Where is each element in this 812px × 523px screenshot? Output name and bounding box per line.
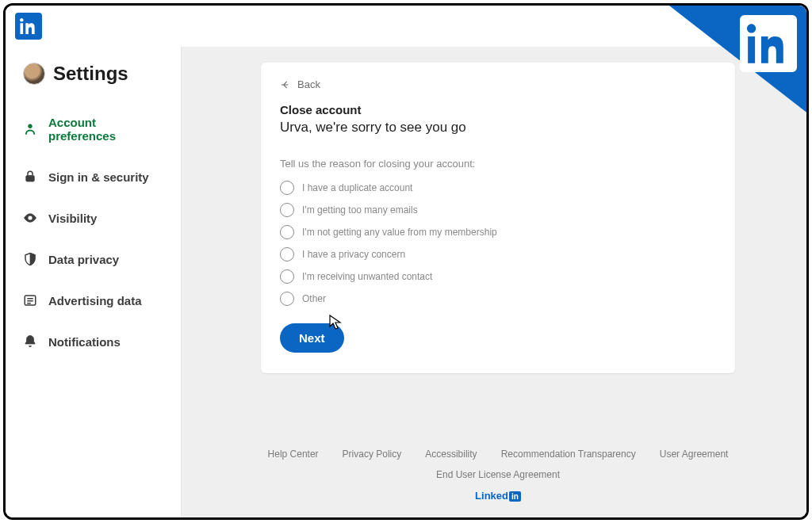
radio-icon xyxy=(280,225,294,239)
settings-sidebar: Settings Account preferences Sign in & s… xyxy=(6,47,182,517)
footer-links-row-1: Help Center Privacy Policy Accessibility… xyxy=(261,449,735,460)
back-button[interactable]: Back xyxy=(280,78,320,90)
svg-rect-1 xyxy=(26,176,35,182)
lock-icon xyxy=(23,170,37,184)
option-label: I have a privacy concern xyxy=(302,249,405,260)
radio-icon xyxy=(280,181,294,195)
option-label: I have a duplicate account xyxy=(302,182,412,193)
app-frame: Settings Account preferences Sign in & s… xyxy=(3,3,809,520)
footer-link-eula[interactable]: End User License Agreement xyxy=(436,469,560,480)
reason-prompt: Tell us the reason for closing your acco… xyxy=(280,158,716,170)
option-label: I'm receiving unwanted contact xyxy=(302,271,432,282)
footer-link-help-center[interactable]: Help Center xyxy=(268,449,319,460)
radio-icon xyxy=(280,203,294,217)
sidebar-item-notifications[interactable]: Notifications xyxy=(6,321,181,362)
shield-icon xyxy=(23,252,37,266)
radio-icon xyxy=(280,292,294,306)
sidebar-title: Settings xyxy=(53,63,128,85)
back-label: Back xyxy=(297,78,320,90)
linkedin-in-badge-icon: in xyxy=(509,491,521,502)
person-icon xyxy=(23,122,37,136)
main-content: Back Close account Urva, we're sorry to … xyxy=(182,47,806,517)
reason-option-emails[interactable]: I'm getting too many emails xyxy=(280,203,716,217)
option-label: Other xyxy=(302,293,326,304)
arrow-left-icon xyxy=(280,79,291,90)
sidebar-item-sign-in-security[interactable]: Sign in & security xyxy=(6,156,181,197)
sidebar-item-label: Visibility xyxy=(48,212,97,225)
footer-links-row-2: End User License Agreement xyxy=(261,469,735,480)
option-label: I'm getting too many emails xyxy=(302,204,418,216)
sidebar-nav: Account preferences Sign in & security V… xyxy=(6,102,181,362)
close-account-card: Back Close account Urva, we're sorry to … xyxy=(261,63,735,373)
sidebar-item-advertising-data[interactable]: Advertising data xyxy=(6,280,181,321)
reason-option-unwanted-contact[interactable]: I'm receiving unwanted contact xyxy=(280,269,716,284)
footer-brand-text: Linked xyxy=(475,490,508,502)
footer-linkedin-logo: Linkedin xyxy=(261,490,735,502)
bell-icon xyxy=(23,334,37,349)
reason-option-no-value[interactable]: I'm not getting any value from my member… xyxy=(280,225,716,239)
sidebar-item-label: Data privacy xyxy=(48,253,119,266)
footer-link-user-agreement[interactable]: User Agreement xyxy=(660,449,729,460)
radio-icon xyxy=(280,269,294,284)
linkedin-logo-icon[interactable] xyxy=(15,13,42,40)
top-bar xyxy=(6,6,806,47)
reason-option-other[interactable]: Other xyxy=(280,292,716,306)
sidebar-item-label: Sign in & security xyxy=(48,170,149,184)
sidebar-item-label: Notifications xyxy=(48,335,121,349)
radio-icon xyxy=(280,247,294,262)
eye-icon xyxy=(23,211,37,225)
footer-link-privacy-policy[interactable]: Privacy Policy xyxy=(343,449,402,460)
sidebar-item-label: Advertising data xyxy=(48,294,142,307)
card-title: Close account xyxy=(280,103,716,116)
reason-option-duplicate[interactable]: I have a duplicate account xyxy=(280,181,716,195)
newspaper-icon xyxy=(23,293,37,307)
reason-option-privacy[interactable]: I have a privacy concern xyxy=(280,247,716,262)
card-subtitle: Urva, we're sorry to see you go xyxy=(280,120,716,136)
sidebar-header: Settings xyxy=(6,56,181,102)
sidebar-item-account-preferences[interactable]: Account preferences xyxy=(6,102,181,156)
option-label: I'm not getting any value from my member… xyxy=(302,227,497,238)
next-button[interactable]: Next xyxy=(280,323,344,353)
reason-options: I have a duplicate account I'm getting t… xyxy=(280,181,716,306)
footer-link-recommendation-transparency[interactable]: Recommendation Transparency xyxy=(501,449,636,460)
footer: Help Center Privacy Policy Accessibility… xyxy=(261,425,735,510)
avatar[interactable] xyxy=(23,63,45,85)
sidebar-item-data-privacy[interactable]: Data privacy xyxy=(6,239,181,280)
footer-link-accessibility[interactable]: Accessibility xyxy=(425,449,477,460)
sidebar-item-label: Account preferences xyxy=(48,116,163,143)
svg-point-0 xyxy=(29,124,33,128)
sidebar-item-visibility[interactable]: Visibility xyxy=(6,197,181,239)
